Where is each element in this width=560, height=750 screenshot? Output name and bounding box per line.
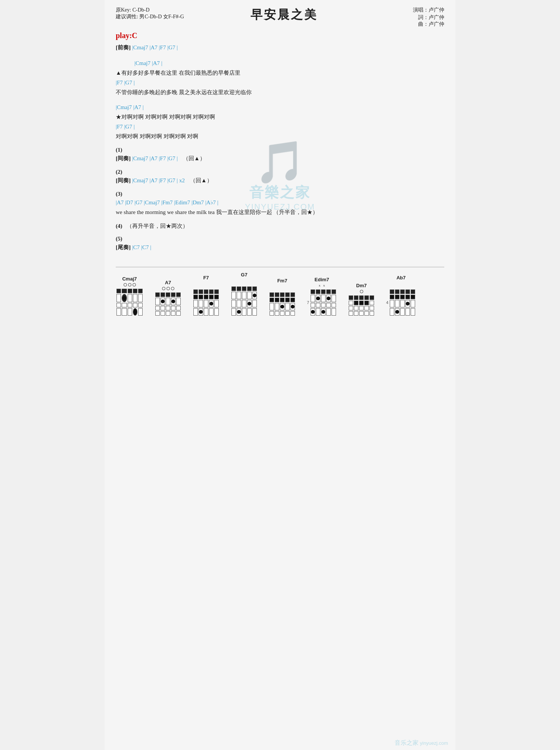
- chord-cmaj7-grid: [116, 288, 143, 316]
- section2-block: (2) [间奏] |Cmaj7 |A7 |F7 |G7 | x2 （回▲）: [116, 169, 444, 185]
- chord-edim7-name: Edim7: [315, 277, 329, 282]
- chord-ab7: Ab7 4: [386, 275, 416, 316]
- song-title: 早安晨之美: [184, 7, 385, 23]
- chord-ab7-grid: 4: [386, 289, 416, 316]
- section3-block: (3) |A7 |D7 |G7 |Cmaj7 |Fm7 |Edim7 |Dm7 …: [116, 191, 444, 217]
- section1-block: (1) [间奏] |Cmaj7 |A7 |F7 |G7 | （回▲）: [116, 147, 444, 163]
- bottom-watermark-url: yinyuezj.com: [420, 740, 448, 746]
- orig-key: 原Key: C-Db-D: [116, 7, 184, 13]
- prelude-chords: |Cmaj7 |A7 |F7 |G7 |: [132, 44, 178, 50]
- verse2-chord1: |Cmaj7 |A7 |: [116, 103, 444, 112]
- header-right: 演唱：卢广仲 詞：卢广仲 曲：卢广仲: [385, 7, 444, 28]
- chord-g7-name: G7: [241, 272, 247, 278]
- section3-lyric1: we share the morming we share the milk t…: [116, 208, 444, 217]
- open-string: [162, 287, 165, 290]
- verse2-block: |Cmaj7 |A7 | ★对啊对啊 对啊对啊 对啊对啊 对啊对啊 |F7 |G…: [116, 103, 444, 141]
- verse1-lyric1: ▲有好多好多早餐在这里 在我们最熟悉的早餐店里: [116, 68, 444, 77]
- section1-note: （回▲）: [183, 155, 205, 161]
- verse1-chord-line2: |F7 |G7 |: [116, 80, 135, 86]
- chord-dm7-name: Dm7: [356, 283, 367, 288]
- header-left: 原Key: C-Db-D 建议调性: 男C-Db-D 女F-F#-G: [116, 7, 184, 20]
- prelude-line: [前奏] |Cmaj7 |A7 |F7 |G7 |: [116, 43, 444, 52]
- verse1-lyric2: 不管你睡的多晚起的多晚 晨之美永远在这里欢迎光临你: [116, 88, 444, 97]
- chord-diagrams: Cmaj7 A7: [116, 267, 444, 320]
- chord-edim7-grid: 7: [307, 289, 337, 316]
- verse1-chord2: |F7 |G7 |: [116, 78, 444, 87]
- section1-label: (1): [116, 147, 444, 153]
- prelude-block: [前奏] |Cmaj7 |A7 |F7 |G7 |: [116, 43, 444, 52]
- open-string: [128, 283, 131, 286]
- section4-label: (4) （再升半音，回★两次）: [116, 223, 444, 230]
- section5-block: (5) [尾奏] |C7 |C7 |: [116, 236, 444, 252]
- section5-interlude-label: [尾奏]: [116, 244, 131, 250]
- chord-f7: F7: [193, 275, 220, 316]
- section2-interlude-label: [间奏]: [116, 177, 131, 183]
- lyricist-label: 詞：卢广仲: [385, 14, 444, 21]
- bottom-watermark-text: 音乐之家: [395, 740, 419, 746]
- section3-label: (3): [116, 191, 444, 197]
- section1-interlude-label: [间奏]: [116, 155, 131, 161]
- verse2-chord-line2: |F7 |G7 |: [116, 124, 135, 130]
- chord-dm7: Dm7: [348, 283, 375, 316]
- open-string: [360, 290, 363, 293]
- section4-label-text: (4): [116, 223, 122, 229]
- chord-a7-open: [162, 287, 174, 290]
- suggest-key: 建议调性: 男C-Db-D 女F-F#-G: [116, 13, 184, 20]
- section5-interlude-line: [尾奏] |C7 |C7 |: [116, 243, 444, 252]
- section3-chord-line1: |A7 |D7 |G7 |Cmaj7 |Fm7 |Edim7 |Dm7 |A♭7…: [116, 199, 218, 205]
- title-center: 早安晨之美: [184, 7, 385, 23]
- section4-note: （再升半音，回★两次）: [127, 223, 188, 229]
- chord-fm7: Fm7: [269, 278, 296, 316]
- open-string: [133, 283, 136, 286]
- section3-chord1: |A7 |D7 |G7 |Cmaj7 |Fm7 |Edim7 |Dm7 |A♭7…: [116, 198, 444, 207]
- fret-number: 7: [307, 300, 309, 305]
- verse2-lyric1: ★对啊对啊 对啊对啊 对啊对啊 对啊对啊: [116, 112, 444, 121]
- mute-string: x: [323, 284, 326, 287]
- section4-block: (4) （再升半音，回★两次）: [116, 223, 444, 230]
- singer-label: 演唱：卢广仲: [385, 7, 444, 13]
- chord-f7-name: F7: [203, 275, 209, 281]
- fret-grid: [348, 295, 375, 316]
- chord-g7-grid: [231, 286, 258, 316]
- open-string: [124, 283, 127, 286]
- chord-f7-grid: [193, 289, 220, 316]
- section5-chords: |C7 |C7 |: [132, 244, 152, 250]
- fret-grid: [231, 286, 258, 316]
- section5-label: (5): [116, 236, 444, 242]
- section2-chords: |Cmaj7 |A7 |F7 |G7 | x2: [132, 177, 185, 183]
- chord-dm7-open: [360, 290, 363, 293]
- chord-cmaj7: Cmaj7: [116, 276, 143, 316]
- verse1-block: |Cmaj7 |A7 | ▲有好多好多早餐在这里 在我们最熟悉的早餐店里 |F7…: [116, 59, 444, 97]
- fret-grid: [269, 292, 296, 316]
- verse2-lyric2: 对啊对啊 对啊对啊 对啊对啊 对啊: [116, 132, 444, 141]
- chord-a7: A7: [155, 280, 181, 316]
- chord-a7-name: A7: [165, 280, 171, 285]
- chord-ab7-name: Ab7: [396, 275, 406, 281]
- open-string: [167, 287, 170, 290]
- composer-label: 曲：卢广仲: [385, 21, 444, 28]
- verse2-chord-line1: |Cmaj7 |A7 |: [116, 104, 144, 110]
- header: 原Key: C-Db-D 建议调性: 男C-Db-D 女F-F#-G 早安晨之美…: [116, 7, 444, 28]
- chord-dm7-grid: [348, 295, 375, 316]
- fret-number: 4: [386, 300, 388, 305]
- play-key: play:C: [116, 31, 444, 40]
- bottom-watermark: 音乐之家 yinyuezj.com: [395, 739, 448, 747]
- chord-fm7-grid: [269, 292, 296, 316]
- mute-string: x: [318, 284, 321, 287]
- section1-chords: |Cmaj7 |A7 |F7 |G7 |: [132, 155, 178, 161]
- section2-note: （回▲）: [190, 177, 212, 183]
- section2-label: (2): [116, 169, 444, 175]
- chord-a7-grid: [155, 292, 181, 316]
- verse1-chord1: |Cmaj7 |A7 |: [116, 59, 444, 68]
- chord-g7: G7: [231, 272, 258, 316]
- chord-cmaj7-open: [124, 283, 136, 286]
- fret-grid: [193, 289, 220, 316]
- prelude-label: [前奏]: [116, 44, 131, 50]
- fret-grid: [310, 289, 337, 316]
- fret-grid: [155, 292, 181, 316]
- section2-interlude-line: [间奏] |Cmaj7 |A7 |F7 |G7 | x2 （回▲）: [116, 176, 444, 185]
- verse2-chord2: |F7 |G7 |: [116, 122, 444, 131]
- chord-edim7-open: x x: [318, 284, 326, 287]
- verse1-chord-line1: |Cmaj7 |A7 |: [134, 60, 162, 66]
- chord-cmaj7-name: Cmaj7: [122, 276, 137, 282]
